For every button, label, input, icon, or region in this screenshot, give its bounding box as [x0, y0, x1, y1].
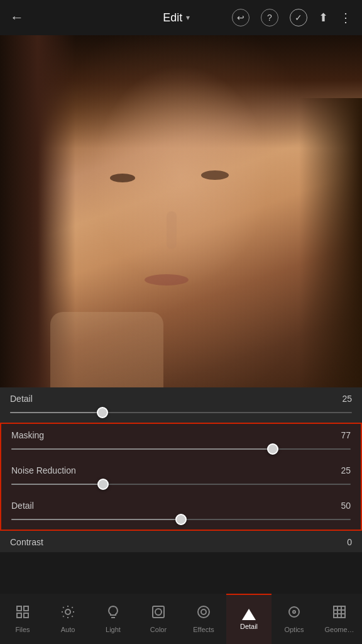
detail-outside-slider[interactable]: [10, 406, 352, 419]
svg-rect-1: [24, 606, 28, 611]
files-label: Files: [15, 626, 30, 633]
svg-line-8: [72, 616, 72, 616]
files-icon: [15, 604, 30, 623]
bottom-nav: Files Auto Light: [0, 594, 362, 644]
contrast-value: 0: [347, 537, 352, 547]
svg-rect-19: [334, 606, 345, 618]
light-icon: [106, 604, 121, 623]
color-label: Color: [150, 626, 167, 633]
detail-outside-label: Detail: [10, 394, 33, 404]
detail-outside-row: Detail 25: [0, 387, 362, 423]
share-button[interactable]: ⬆: [319, 11, 328, 25]
svg-point-4: [65, 609, 70, 614]
noise-reduction-label: Noise Reduction: [11, 465, 76, 475]
detail-outside-value: 25: [342, 394, 352, 404]
detail-nav-label: Detail: [240, 623, 258, 630]
noise-reduction-row: Noise Reduction 25: [1, 459, 361, 494]
masking-label: Masking: [11, 430, 44, 440]
effects-icon: [196, 604, 211, 623]
detail-inside-label: Detail: [11, 501, 34, 511]
svg-line-7: [63, 607, 63, 608]
confirm-button[interactable]: ✓: [290, 9, 307, 26]
svg-rect-3: [24, 613, 28, 618]
undo-button[interactable]: ↩: [232, 9, 250, 26]
svg-point-18: [293, 611, 295, 613]
photo-area: [0, 35, 362, 387]
detail-inside-value: 50: [341, 501, 351, 511]
nav-item-effects[interactable]: Effects: [181, 594, 226, 644]
more-options-button[interactable]: ⋮: [339, 10, 352, 25]
contrast-row: Contrast 0: [0, 531, 362, 552]
help-button[interactable]: ?: [261, 9, 278, 26]
auto-icon: [60, 604, 75, 623]
svg-point-16: [201, 609, 206, 614]
header-center: Edit ▾: [121, 11, 233, 25]
nav-item-auto[interactable]: Auto: [45, 594, 90, 644]
highlighted-sliders-group: Masking 77 Noise Reduction 25: [0, 423, 362, 531]
nav-item-light[interactable]: Light: [90, 594, 136, 644]
nav-item-geometry[interactable]: Geome…: [317, 594, 362, 644]
header-right: ↩ ? ✓ ⬆ ⋮: [232, 9, 352, 26]
color-icon: [151, 604, 166, 623]
back-button[interactable]: ←: [10, 9, 24, 26]
light-label: Light: [106, 626, 121, 633]
detail-icon: [242, 609, 256, 620]
optics-icon: [287, 604, 302, 623]
noise-reduction-slider[interactable]: [11, 478, 351, 491]
svg-rect-13: [153, 606, 164, 618]
svg-point-14: [155, 609, 162, 615]
masking-value: 77: [341, 430, 351, 440]
effects-label: Effects: [193, 626, 214, 633]
nav-item-detail[interactable]: Detail: [226, 594, 272, 644]
svg-point-17: [289, 607, 299, 617]
header-title: Edit: [163, 11, 182, 25]
optics-label: Optics: [284, 626, 304, 633]
svg-rect-0: [17, 606, 21, 611]
detail-inside-row: Detail 50: [1, 494, 361, 530]
masking-slider[interactable]: [11, 443, 351, 455]
header: ← Edit ▾ ↩ ? ✓ ⬆ ⋮: [0, 0, 362, 35]
svg-line-12: [72, 607, 72, 608]
auto-label: Auto: [61, 626, 75, 633]
nav-item-files[interactable]: Files: [0, 594, 45, 644]
detail-inside-slider[interactable]: [11, 513, 351, 526]
contrast-label: Contrast: [10, 537, 43, 547]
sliders-panel: Detail 25 Masking 77 Noise Reductio: [0, 387, 362, 552]
svg-line-11: [63, 616, 63, 616]
nav-item-optics[interactable]: Optics: [272, 594, 317, 644]
header-left: ←: [10, 9, 121, 26]
noise-reduction-value: 25: [341, 465, 351, 475]
photo-image: [0, 35, 362, 387]
svg-point-15: [198, 606, 209, 618]
edit-dropdown-arrow[interactable]: ▾: [186, 13, 190, 22]
geometry-icon: [332, 604, 347, 623]
nav-item-color[interactable]: Color: [136, 594, 181, 644]
geometry-label: Geome…: [324, 626, 354, 633]
masking-row: Masking 77: [1, 424, 361, 459]
svg-rect-2: [17, 613, 21, 618]
